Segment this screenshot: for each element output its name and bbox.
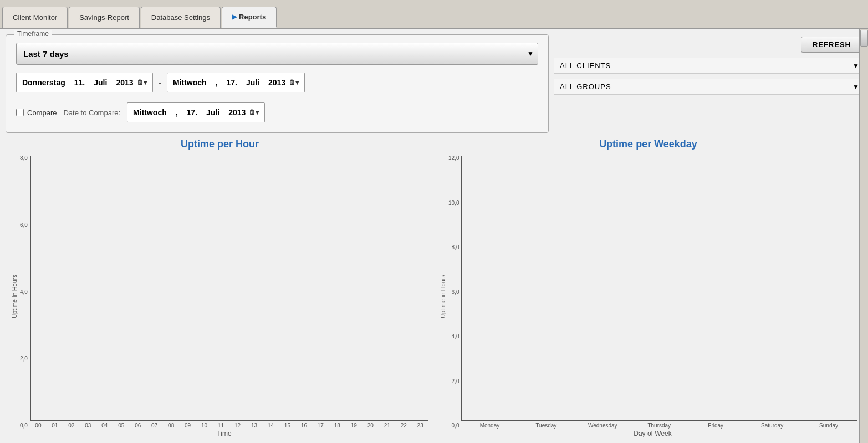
date-range-row: Donnerstag 11. Juli 2013 🗓▾ - Mittwoch ,…	[16, 73, 538, 92]
compare-date-comma: ,	[176, 108, 178, 117]
chart1-x-label-21: 21	[379, 421, 395, 429]
chart2-bars-area	[461, 156, 857, 421]
timeframe-dropdown-container: Last 7 days Last 30 days Last 90 days Cu…	[16, 43, 538, 65]
compare-date-field[interactable]: Mittwoch , 17. Juli 2013 🗓▾	[127, 102, 265, 122]
compare-checkbox[interactable]	[16, 109, 24, 116]
chart1-x-label-09: 09	[180, 421, 196, 429]
end-date-month: Juli	[246, 78, 259, 87]
chart1-x-label-08: 08	[163, 421, 180, 429]
compare-date-month: Juli	[206, 108, 219, 117]
chart2-y-tick-0: 12,0	[448, 156, 459, 161]
end-date-field[interactable]: Mittwoch , 17. Juli 2013 🗓▾	[167, 73, 305, 92]
all-clients-container: ALL CLIENTS ▼	[554, 58, 862, 74]
chart2-x-label-Sunday: Sunday	[800, 421, 857, 429]
chart2-y-tick-6: 0,0	[452, 423, 459, 429]
right-controls: REFRESH ALL CLIENTS ▼ ALL GROUPS ▼	[554, 34, 862, 133]
chart1-x-label-23: 23	[412, 421, 428, 429]
compare-row: Compare Date to Compare: Mittwoch , 17. …	[16, 102, 538, 122]
chart1-x-label-11: 11	[213, 421, 229, 429]
chart2-title: Uptime per Weekday	[599, 138, 697, 150]
end-date-day: 17.	[226, 78, 237, 87]
chart1-x-label-15: 15	[279, 421, 295, 429]
end-date-year: 2013	[268, 78, 285, 87]
end-date-comma: ,	[216, 78, 218, 87]
start-date-dayname: Donnerstag	[22, 78, 65, 87]
timeframe-legend: Timeframe	[14, 30, 52, 38]
chart2-x-label-Saturday: Saturday	[744, 421, 800, 429]
chart1-x-label-06: 06	[130, 421, 146, 429]
chart-uptime-per-weekday: Uptime per Weekday Uptime in Hours 12,01…	[440, 138, 857, 437]
charts-area: Uptime per Hour Uptime in Hours 8,06,04,…	[6, 138, 862, 437]
chart2-y-tick-5: 2,0	[452, 379, 459, 384]
play-icon: ▶	[232, 13, 237, 20]
chart1-x-label-17: 17	[312, 421, 329, 429]
chart2-with-yaxis: 12,010,08,06,04,02,00,0 MondayTuesdayWed…	[448, 156, 857, 429]
start-date-field[interactable]: Donnerstag 11. Juli 2013 🗓▾	[16, 73, 153, 92]
chart1-bars-area	[30, 156, 428, 421]
start-date-year: 2013	[116, 78, 133, 87]
chart2-inner: 12,010,08,06,04,02,00,0 MondayTuesdayWed…	[448, 156, 857, 437]
chart1-x-label-19: 19	[345, 421, 362, 429]
chart1-inner: 8,06,04,02,00,0 000102030405060708091011…	[20, 156, 428, 437]
tab-reports[interactable]: ▶ Reports	[222, 7, 277, 28]
chart2-y-ticks-col: 12,010,08,06,04,02,00,0	[448, 156, 461, 429]
chart1-x-label-10: 10	[196, 421, 213, 429]
chart1-x-label-13: 13	[246, 421, 263, 429]
tab-database-settings-label: Database Settings	[151, 13, 210, 22]
chart2-x-label-Tuesday: Tuesday	[518, 421, 574, 429]
chart1-x-label-14: 14	[262, 421, 279, 429]
timeframe-panel: Timeframe Last 7 days Last 30 days Last …	[6, 34, 549, 133]
refresh-button[interactable]: REFRESH	[801, 37, 862, 53]
date-range-separator: -	[159, 78, 161, 87]
chart2-y-tick-3: 6,0	[452, 290, 459, 295]
end-date-dayname: Mittwoch	[173, 78, 207, 87]
timeframe-dropdown[interactable]: Last 7 days Last 30 days Last 90 days Cu…	[16, 43, 538, 65]
compare-checkbox-label[interactable]: Compare	[16, 109, 57, 117]
chart1-y-tick-2: 4,0	[20, 290, 28, 295]
chart2-y-tick-1: 10,0	[448, 200, 459, 206]
start-date-calendar-icon[interactable]: 🗓▾	[137, 79, 147, 86]
chart1-y-tick-4: 0,0	[20, 423, 28, 429]
tab-savings-report-label: Savings-Report	[79, 13, 129, 22]
date-to-compare-label: Date to Compare:	[63, 109, 120, 117]
all-groups-dropdown[interactable]: ALL GROUPS	[554, 79, 862, 95]
chart1-x-label-16: 16	[295, 421, 312, 429]
chart1-with-yaxis: 8,06,04,02,00,0 000102030405060708091011…	[20, 156, 428, 429]
chart1-x-labels: 0001020304050607080910111213141516171819…	[30, 421, 428, 429]
chart1-x-label-12: 12	[229, 421, 246, 429]
chart1-y-tick-1: 6,0	[20, 223, 28, 228]
chart1-y-tick-3: 2,0	[20, 356, 28, 362]
chart2-y-tick-2: 8,0	[452, 245, 459, 250]
chart1-x-label-00: 00	[30, 421, 47, 429]
compare-date-day: 17.	[187, 108, 197, 117]
tab-database-settings[interactable]: Database Settings	[141, 7, 221, 28]
chart1-y-axis-label: Uptime in Hours	[11, 275, 18, 318]
compare-date-year: 2013	[228, 108, 246, 117]
tab-client-monitor-label: Client Monitor	[13, 13, 57, 22]
end-date-calendar-icon[interactable]: 🗓▾	[289, 79, 299, 86]
tab-client-monitor[interactable]: Client Monitor	[2, 7, 68, 28]
chart2-x-axis-label: Day of Week	[448, 430, 857, 437]
chart2-x-label-Thursday: Thursday	[631, 421, 687, 429]
compare-date-calendar-icon[interactable]: 🗓▾	[249, 109, 259, 116]
chart2-y-tick-4: 4,0	[452, 334, 459, 339]
all-clients-dropdown[interactable]: ALL CLIENTS	[554, 58, 862, 74]
chart2-x-label-Monday: Monday	[461, 421, 518, 429]
chart2-wrapper: Uptime in Hours 12,010,08,06,04,02,00,0 …	[440, 156, 857, 437]
chart2-x-labels: MondayTuesdayWednesdayThursdayFridaySatu…	[461, 421, 857, 429]
compare-date-dayname: Mittwoch	[133, 108, 167, 117]
scrollbar[interactable]	[859, 29, 868, 443]
chart1-x-label-22: 22	[395, 421, 412, 429]
chart1-x-label-18: 18	[329, 421, 345, 429]
chart1-x-label-07: 07	[146, 421, 163, 429]
chart-uptime-per-hour: Uptime per Hour Uptime in Hours 8,06,04,…	[11, 138, 428, 437]
chart1-x-axis-label: Time	[20, 430, 428, 437]
chart1-y-tick-0: 8,0	[20, 156, 28, 161]
tab-savings-report[interactable]: Savings-Report	[69, 7, 140, 28]
tab-reports-label: Reports	[239, 13, 266, 21]
start-date-day: 11.	[74, 78, 85, 87]
all-groups-container: ALL GROUPS ▼	[554, 79, 862, 95]
tab-bar: Client Monitor Savings-Report Database S…	[0, 0, 868, 29]
chart2-y-axis-label: Uptime in Hours	[440, 275, 446, 318]
scrollbar-thumb[interactable]	[860, 30, 868, 47]
